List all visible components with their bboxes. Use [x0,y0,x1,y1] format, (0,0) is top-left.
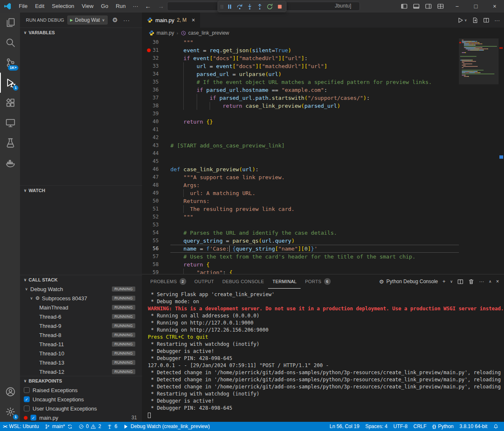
gutter-line[interactable]: 30 [142,38,170,46]
gutter-line[interactable]: 39 [142,110,170,118]
menu-overflow-icon[interactable]: ··· [129,0,142,13]
restart-button[interactable] [265,2,275,11]
breakpoint-item[interactable]: Raised Exceptions [20,385,142,395]
call-stack-item[interactable]: Thread-10RUNNING [20,349,142,358]
problems[interactable]: 02 [76,422,104,431]
code-line[interactable]: # Uses the text from the card's header f… [170,253,459,261]
code-line[interactable]: if event["docs"]["matchedUrl"]["url"]: [170,54,459,62]
language-mode[interactable]: {}Python [429,422,456,431]
split-editor-button[interactable] [483,17,489,23]
tab-main-py[interactable]: main.py 2, M × [142,13,200,28]
gutter-line[interactable]: 57 [142,253,170,261]
code-line[interactable]: # [START add_ons_case_preview_link] [170,142,459,150]
navigate-forward-icon[interactable]: → [154,0,167,13]
close-panel-icon[interactable]: × [496,279,499,284]
call-stack-item[interactable]: Thread-12RUNNING [20,367,142,376]
call-stack-item[interactable]: MainThreadRUNNING [20,303,142,312]
panel-tab-debug-console[interactable]: DEBUG CONSOLE [218,274,268,289]
code-line[interactable]: name = f'Case: {query_string["name"][0]}… [170,245,459,253]
gutter-line[interactable]: 56 [142,245,170,253]
code-line[interactable]: return {} [170,118,459,126]
panel-tab-problems[interactable]: PROBLEMS2 [146,274,190,289]
indentation[interactable]: Spaces: 4 [362,422,390,431]
start-debugging-icon[interactable]: ▶ [70,18,73,22]
panel-tab-output[interactable]: OUTPUT [190,274,218,289]
step-over-button[interactable] [235,2,245,11]
debug-session[interactable]: Debug Watch (create_link_preview) [120,422,213,431]
gutter-line[interactable]: 59 [142,269,170,274]
code-line[interactable] [170,134,459,142]
breakpoint-item[interactable]: ✓main.py31 [20,413,142,422]
close-tab-icon[interactable]: × [192,17,195,23]
code-line[interactable]: # Parses the URL and identify the case d… [170,229,459,237]
code-line[interactable]: """A support case link preview. [170,173,459,181]
breakpoint-checkbox[interactable] [24,387,30,393]
menu-selection[interactable]: Selection [48,0,78,13]
cursor-position[interactable]: Ln 56, Col 19 [327,422,362,431]
call-stack-header[interactable]: ∨ CALL STACK [20,275,142,284]
remote-indicator[interactable]: ><WSL: Ubuntu [0,422,42,431]
breakpoint-dot[interactable] [147,48,151,52]
overview-ruler[interactable] [499,38,504,274]
menu-go[interactable]: Go [97,0,112,13]
maximize-panel-icon[interactable]: ∧ [489,279,491,284]
navigate-back-icon[interactable]: ← [142,0,154,13]
debug-toolbar-grip-icon[interactable] [219,3,225,10]
gutter-line[interactable]: 47 [142,173,170,181]
stop-button[interactable] [275,2,285,11]
breakpoint-checkbox[interactable] [24,406,30,411]
breakpoint-item[interactable]: ✓Uncaught Exceptions [20,395,142,404]
code-line[interactable]: # If the event object URL matches a spec… [170,78,459,86]
code-line[interactable]: event = req.get_json(silent=True) [170,46,459,54]
menu-file[interactable]: File [15,0,31,13]
call-stack-item[interactable]: Thread-8RUNNING [20,330,142,340]
code-line[interactable]: url = event["docs"]["matchedUrl"]["url"] [170,62,459,70]
activity-settings[interactable]: 1 [0,402,20,422]
toggle-secondary-sidebar-button[interactable] [422,0,434,13]
eol[interactable]: CRLF [410,422,429,431]
split-terminal-button[interactable] [457,279,463,285]
gutter-line[interactable]: 55 [142,237,170,245]
gutter-line[interactable]: 48 [142,181,170,189]
call-stack-item[interactable]: Thread-9RUNNING [20,321,142,330]
terminal-dropdown-icon[interactable]: ∨ [450,279,453,284]
variables-header[interactable]: ∨ VARIABLES [20,28,142,37]
activity-search[interactable] [0,33,20,53]
breadcrumb-file[interactable]: main.py [149,30,174,36]
gutter-line[interactable]: 53 [142,221,170,229]
gutter-line[interactable]: 33 [142,62,170,70]
code-line[interactable] [170,157,459,165]
code-line[interactable] [170,110,459,118]
git-branch[interactable]: main* [42,422,76,431]
code-line[interactable]: if parsed_url.path.startswith("/support/… [170,94,459,102]
code-line[interactable]: """ [170,213,459,221]
close-window-button[interactable]: × [485,0,504,13]
activity-remote-explorer[interactable] [0,113,20,133]
gutter-line[interactable]: 45 [142,157,170,165]
activity-extensions[interactable] [0,93,20,113]
gutter-line[interactable]: 51 [142,205,170,213]
maximize-button[interactable]: □ [466,0,485,13]
breakpoint-checkbox[interactable]: ✓ [24,396,30,402]
gutter-line[interactable]: 41 [142,126,170,134]
editor-more-actions-icon[interactable]: ··· [494,17,500,23]
panel-more-actions-icon[interactable]: ··· [479,279,484,284]
activity-explorer[interactable] [0,13,20,33]
gutter-line[interactable]: 38 [142,102,170,110]
run-python-file-button[interactable]: ∨ [457,17,467,23]
code-line[interactable]: parsed_url = urlparse(url) [170,70,459,78]
code-line[interactable]: "action": { [170,269,459,274]
toggle-panel-button[interactable] [410,0,422,13]
code-line[interactable]: return case_link_preview(parsed_url) [170,102,459,110]
code-line[interactable]: Args: [170,181,459,189]
call-stack-item[interactable]: Thread-11RUNNING [20,340,142,349]
breakpoints-header[interactable]: ∨ BREAKPOINTS [20,376,142,385]
gutter-line[interactable]: 32 [142,54,170,62]
code-line[interactable] [170,221,459,229]
step-out-button[interactable] [255,2,265,11]
encoding[interactable]: UTF-8 [390,422,410,431]
menu-run[interactable]: Run [112,0,129,13]
minimap[interactable] [459,38,499,274]
sidebar-more-actions-icon[interactable]: ··· [123,17,130,23]
code-line[interactable] [170,150,459,157]
